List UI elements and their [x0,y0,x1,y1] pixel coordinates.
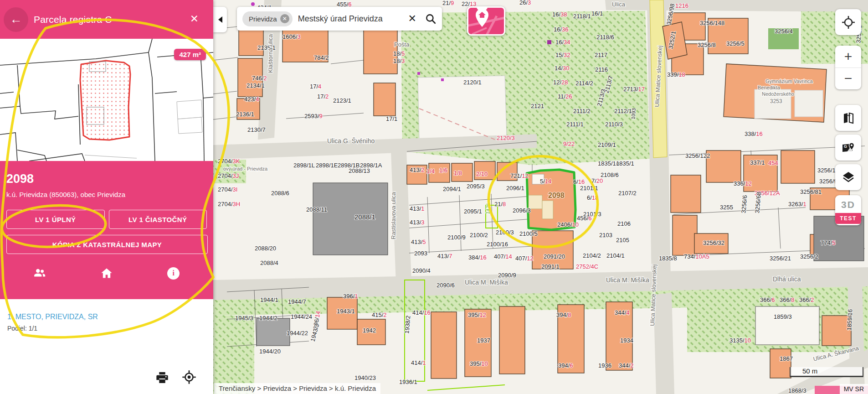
search-icon[interactable] [425,13,437,25]
map-label: 2094/1 [443,186,461,192]
map-label: 2088/6 [271,190,289,197]
map-label: 784/2 [314,54,329,61]
map-label: 1606/3 [282,33,301,40]
map-label: 3135/10 [729,337,751,344]
tab-owners[interactable] [33,266,46,280]
map-label: 2091/1 [541,263,560,270]
map-pin-icon [468,8,504,34]
lv-partial-button[interactable]: LV 1 ČIASTOČNÝ [109,210,207,229]
map-label: ový úrad - Prievidza [223,166,268,171]
map-label: 2095/1 [464,208,482,215]
search-filter-chip[interactable]: Prievidza ✕ [242,11,293,26]
map-label: Benedikta [758,85,781,90]
google-maps-button[interactable]: G [835,135,861,161]
map-label: 1/8 [454,170,462,176]
map-label: 2136/1 [236,111,254,118]
map-label: 2/10 [476,171,488,177]
map-label: 16/38 [552,11,567,18]
map-label: 339/18 [667,71,685,78]
zoom-out-button[interactable]: − [835,68,861,90]
parcel-minimap[interactable]: 427 m² [0,39,213,161]
map-label: 394/8 [556,311,571,318]
owner-share: Podiel: 1/1 [7,325,206,332]
map-label: 2096/1 [506,185,524,192]
map-label: 6/16 [573,178,585,185]
map-label: 2118/1 [573,13,591,20]
cadastral-map-copy-button[interactable]: KÓPIA Z KATASTRÁLNEJ MAPY [6,235,208,254]
search-bar[interactable]: Prievidza ✕ Mestský úrad Prievidza ✕ [237,7,442,31]
search-input[interactable]: Mestský úrad Prievidza [298,14,400,24]
map-label: 2130/7 [247,126,266,133]
print-icon [155,370,169,385]
map-label: 26/3 [519,0,531,6]
home-icon [100,267,113,280]
map-label: 1936 [598,362,611,369]
owner-link[interactable]: 1. MESTO, PRIEVIDZA, SR [7,313,206,321]
map-label: 12/28 [553,79,568,86]
collapse-icon [218,16,222,23]
map-compare-button[interactable] [835,105,861,131]
zoom-in-button[interactable]: + [835,46,861,67]
map-label: 2406/10 [557,221,579,228]
breadcrumb[interactable]: Trenčiansky > Prievidza > Prievidza > k.… [214,383,380,394]
layers-button[interactable] [835,164,861,190]
map-label: Nedožerského [762,91,794,97]
map-label: 2098 [548,192,565,199]
map-label: 2593/9 [304,113,323,119]
search-clear-icon[interactable]: ✕ [406,13,419,25]
map-label: 2100/16 [487,241,508,248]
map-label: 2111/1 [566,121,584,128]
map-label: 2111/2 [573,108,591,114]
map-label: 1944/22 [287,330,308,337]
map-label: Ulica M. Mišíka [606,276,649,284]
map-label: 1/4 [426,168,435,175]
map-label: 1942 [363,327,376,334]
locate-button[interactable] [835,9,861,35]
map-label: 2105 [616,237,629,244]
map-label: 414/16 [412,309,431,316]
map-label: 2106 [617,220,631,227]
map-canvas[interactable]: 434/13129455/6436/1021/922/1326/3Ulica21… [213,0,868,394]
back-button[interactable]: ← [4,7,28,32]
panel-locate-button[interactable] [181,369,196,384]
courtyard [795,90,823,117]
map-label: 746/2 [252,75,267,82]
map-label: 1934 [620,337,633,344]
basemap-toggle-button[interactable] [467,6,505,36]
map-label: 2704/3J [218,172,239,179]
close-button[interactable]: ✕ [190,13,199,25]
map-label: 413/2 [410,166,425,173]
chip-remove-icon[interactable]: ✕ [280,14,289,23]
cadastral-map: 434/13129455/6436/1021/922/1326/3Ulica21… [213,0,868,394]
panel-title: Parcela registra C [34,14,112,25]
mode-3d-button[interactable]: 3D TEST [835,195,861,225]
map-label: 6/18 [587,194,598,201]
map-label: 1945/3 [235,315,253,321]
attribution: MV SR [840,384,868,394]
map-label: 2752/4C [576,263,598,270]
search-collapse-button[interactable] [213,7,227,32]
map-label: 3256/2 [800,253,818,260]
map-label: 1835/1 [616,160,634,167]
map-label: 3256/8 [698,41,716,48]
map-label: 2117 [595,52,607,58]
test-badge: TEST [835,213,861,224]
map-label: 2090/6 [437,282,455,289]
owner-section: 1. MESTO, PRIEVIDZA, SR Podiel: 1/1 [0,299,213,332]
map-label: Dlhá ulica [773,275,801,283]
print-button[interactable] [155,370,169,385]
parcel-number: 2098 [6,172,207,186]
map-label: 407/14 [494,253,512,260]
parcel-location: k.ú. Prievidza (850063), obec Prievidza [6,191,207,198]
map-label: 16/34 [555,39,570,46]
map-label: 17/1 [386,115,397,122]
map-label: 2095/3 [467,183,485,190]
tab-buildings[interactable] [100,266,113,280]
map-label: 14/30 [555,65,570,72]
map-label: 16/1 [591,10,603,17]
lv-full-button[interactable]: LV 1 ÚPLNÝ [6,210,105,229]
map-label: 344/2 [619,362,634,369]
map-label: Gymnázium Vavrinca [765,78,813,84]
map-label: 413/3 [410,219,425,226]
tab-details[interactable]: i [167,266,180,280]
